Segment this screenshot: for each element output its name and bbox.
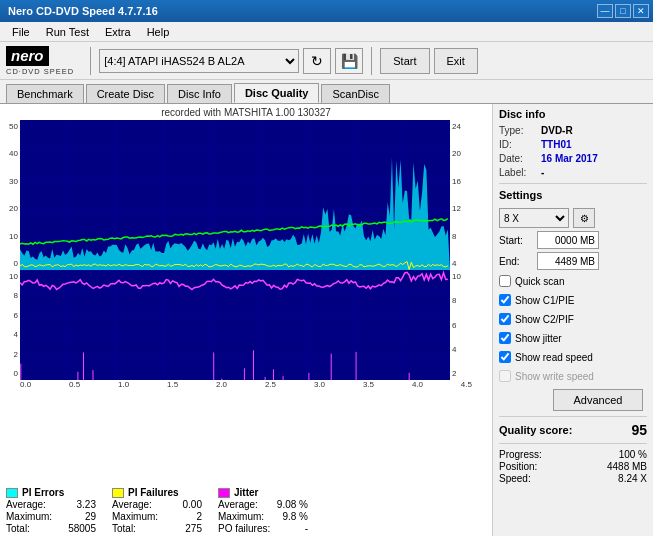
chart-x-labels: 0.00.51.01.52.02.53.03.54.04.5	[2, 380, 490, 389]
end-mb-row: End: 4489 MB	[499, 252, 647, 270]
show-jitter-row: Show jitter	[499, 330, 647, 346]
chart-upper-y-right: 2420161284	[450, 120, 468, 270]
disc-label-value: -	[541, 167, 544, 178]
start-mb-label: Start:	[499, 235, 533, 246]
pi-failures-stats: PI Failures Average:0.00 Maximum:2 Total…	[112, 487, 202, 534]
menu-run-test[interactable]: Run Test	[38, 24, 97, 40]
end-mb-input[interactable]: 4489 MB	[537, 252, 599, 270]
start-mb-input[interactable]: 0000 MB	[537, 231, 599, 249]
right-panel: Disc info Type: DVD-R ID: TTH01 Date: 16…	[493, 104, 653, 536]
window-title: Nero CD-DVD Speed 4.7.7.16	[4, 5, 158, 17]
tab-scandisc[interactable]: ScanDisc	[321, 84, 389, 103]
progress-rows: Progress: 100 % Position: 4488 MB Speed:…	[499, 449, 647, 484]
start-mb-row: Start: 0000 MB	[499, 231, 647, 249]
quality-label: Quality score:	[499, 424, 572, 436]
menu-help[interactable]: Help	[139, 24, 178, 40]
speed-value: 8.24 X	[618, 473, 647, 484]
show-c2pif-row: Show C2/PIF	[499, 311, 647, 327]
toolbar-separator2	[371, 47, 372, 75]
progress-value: 100 %	[619, 449, 647, 460]
menu-extra[interactable]: Extra	[97, 24, 139, 40]
show-write-speed-label: Show write speed	[515, 371, 594, 382]
pi-errors-color	[6, 488, 18, 498]
upper-chart-canvas	[20, 120, 450, 270]
jitter-label: Jitter	[234, 487, 258, 498]
divider3	[499, 443, 647, 444]
disc-label-label: Label:	[499, 167, 537, 178]
progress-label: Progress:	[499, 449, 542, 460]
main-content: recorded with MATSHITA 1.00 130327 50403…	[0, 104, 653, 536]
show-c2pif-label: Show C2/PIF	[515, 314, 574, 325]
menu-bar: File Run Test Extra Help	[0, 22, 653, 42]
position-label: Position:	[499, 461, 537, 472]
close-button[interactable]: ✕	[633, 4, 649, 18]
advanced-button[interactable]: Advanced	[553, 389, 643, 411]
start-button[interactable]: Start	[380, 48, 429, 74]
tab-create-disc[interactable]: Create Disc	[86, 84, 165, 103]
quick-scan-checkbox[interactable]	[499, 275, 511, 287]
tab-bar: Benchmark Create Disc Disc Info Disc Qua…	[0, 80, 653, 104]
drive-selector[interactable]: [4:4] ATAPI iHAS524 B AL2A	[99, 49, 299, 73]
disc-info-title: Disc info	[499, 108, 647, 120]
speed-selector[interactable]: 8 X	[499, 208, 569, 228]
id-label: ID:	[499, 139, 537, 150]
show-write-speed-checkbox	[499, 370, 511, 382]
refresh-icon-button[interactable]: ↻	[303, 48, 331, 74]
minimize-button[interactable]: —	[597, 4, 613, 18]
show-c2pif-checkbox[interactable]	[499, 313, 511, 325]
toolbar: nero CD·DVD SPEED [4:4] ATAPI iHAS524 B …	[0, 42, 653, 80]
show-jitter-label: Show jitter	[515, 333, 562, 344]
type-value: DVD-R	[541, 125, 573, 136]
divider2	[499, 416, 647, 417]
title-bar: Nero CD-DVD Speed 4.7.7.16 — □ ✕	[0, 0, 653, 22]
jitter-color	[218, 488, 230, 498]
show-jitter-checkbox[interactable]	[499, 332, 511, 344]
divider1	[499, 183, 647, 184]
charts-container: 50403020100 2420161284 1086420 108642	[2, 120, 490, 483]
speed-row: 8 X ⚙	[499, 208, 647, 228]
id-value: TTH01	[541, 139, 572, 150]
menu-file[interactable]: File	[4, 24, 38, 40]
exit-button[interactable]: Exit	[434, 48, 478, 74]
date-value: 16 Mar 2017	[541, 153, 598, 164]
quality-row: Quality score: 95	[499, 422, 647, 438]
quick-scan-label: Quick scan	[515, 276, 564, 287]
tab-disc-quality[interactable]: Disc Quality	[234, 83, 320, 103]
logo: nero CD·DVD SPEED	[6, 46, 74, 76]
show-c1pie-checkbox[interactable]	[499, 294, 511, 306]
settings-icon-btn[interactable]: ⚙	[573, 208, 595, 228]
show-read-speed-label: Show read speed	[515, 352, 593, 363]
quick-scan-row: Quick scan	[499, 273, 647, 289]
logo-nero: nero	[6, 46, 49, 66]
date-label: Date:	[499, 153, 537, 164]
tab-benchmark[interactable]: Benchmark	[6, 84, 84, 103]
chart-lower-y-right: 108642	[450, 270, 468, 380]
pi-errors-label: PI Errors	[22, 487, 64, 498]
pi-failures-color	[112, 488, 124, 498]
logo-sub: CD·DVD SPEED	[6, 67, 74, 76]
settings-title: Settings	[499, 189, 647, 201]
speed-label: Speed:	[499, 473, 531, 484]
toolbar-separator	[90, 47, 91, 75]
lower-chart-canvas	[20, 270, 450, 380]
pi-errors-stats: PI Errors Average:3.23 Maximum:29 Total:…	[6, 487, 96, 534]
show-c1pie-row: Show C1/PIE	[499, 292, 647, 308]
quality-value: 95	[631, 422, 647, 438]
show-read-speed-checkbox[interactable]	[499, 351, 511, 363]
maximize-button[interactable]: □	[615, 4, 631, 18]
chart-lower-y-left: 1086420	[2, 270, 20, 380]
show-write-speed-row: Show write speed	[499, 368, 647, 384]
jitter-stats: Jitter Average:9.08 % Maximum:9.8 % PO f…	[218, 487, 308, 534]
pi-failures-label: PI Failures	[128, 487, 179, 498]
position-value: 4488 MB	[607, 461, 647, 472]
chart-area: recorded with MATSHITA 1.00 130327 50403…	[0, 104, 493, 536]
chart-title: recorded with MATSHITA 1.00 130327	[2, 106, 490, 120]
save-icon-button[interactable]: 💾	[335, 48, 363, 74]
show-read-speed-row: Show read speed	[499, 349, 647, 365]
end-mb-label: End:	[499, 256, 533, 267]
chart-upper-y-left: 50403020100	[2, 120, 20, 270]
type-label: Type:	[499, 125, 537, 136]
show-c1pie-label: Show C1/PIE	[515, 295, 574, 306]
tab-disc-info[interactable]: Disc Info	[167, 84, 232, 103]
stats-row: PI Errors Average:3.23 Maximum:29 Total:…	[2, 483, 490, 534]
